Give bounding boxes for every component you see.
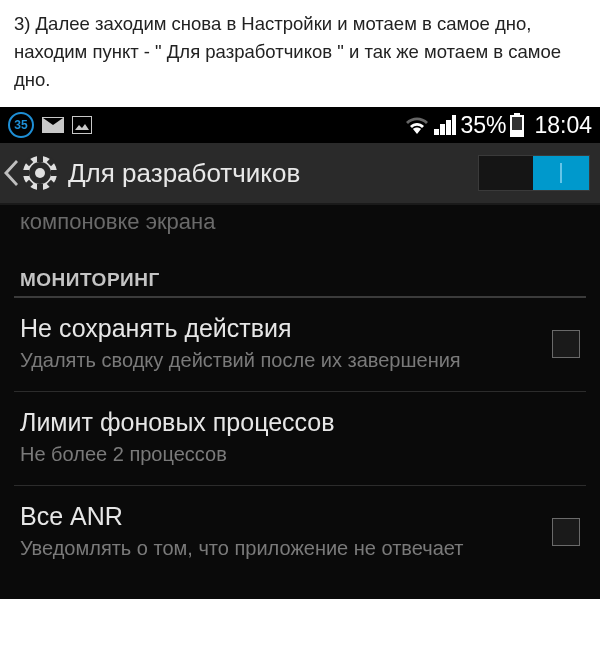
app-header: Для разработчиков bbox=[0, 143, 600, 205]
wifi-icon bbox=[404, 115, 430, 135]
setting-dont-keep-activities[interactable]: Не сохранять действия Удалять сводку дей… bbox=[0, 298, 600, 391]
svg-rect-3 bbox=[37, 184, 43, 191]
setting-subtitle: Удалять сводку действий после их заверше… bbox=[20, 347, 532, 373]
setting-show-all-anr[interactable]: Все ANR Уведомлять о том, что приложение… bbox=[0, 486, 600, 579]
setting-background-process-limit[interactable]: Лимит фоновых процессов Не более 2 проце… bbox=[0, 392, 600, 485]
setting-title: Лимит фоновых процессов bbox=[20, 408, 580, 437]
battery-percent: 35% bbox=[460, 112, 506, 139]
gear-icon bbox=[20, 153, 60, 193]
setting-title: Все ANR bbox=[20, 502, 532, 531]
setting-subtitle: Не более 2 процессов bbox=[20, 441, 580, 467]
section-header: МОНИТОРИНГ bbox=[0, 249, 600, 296]
settings-list[interactable]: компоновке экрана МОНИТОРИНГ Не сохранят… bbox=[0, 205, 600, 599]
svg-rect-2 bbox=[37, 155, 43, 162]
phone-screenshot: 35 35% 18:04 bbox=[0, 107, 600, 599]
image-icon bbox=[72, 116, 92, 134]
mail-icon bbox=[42, 117, 64, 133]
svg-rect-0 bbox=[72, 116, 92, 134]
checkbox[interactable] bbox=[552, 330, 580, 358]
battery-icon bbox=[510, 113, 524, 137]
chevron-left-icon bbox=[4, 160, 18, 186]
checkbox[interactable] bbox=[552, 518, 580, 546]
setting-title: Не сохранять действия bbox=[20, 314, 532, 343]
back-button[interactable] bbox=[4, 153, 60, 193]
svg-point-11 bbox=[35, 168, 45, 178]
svg-rect-5 bbox=[51, 170, 58, 176]
status-bar: 35 35% 18:04 bbox=[0, 107, 600, 143]
notification-count-badge: 35 bbox=[8, 112, 34, 138]
setting-subtitle: Уведомлять о том, что приложение не отве… bbox=[20, 535, 532, 561]
signal-icon bbox=[434, 115, 456, 135]
master-toggle[interactable] bbox=[478, 155, 590, 191]
instruction-text: 3) Далее заходим снова в Настройки и мот… bbox=[0, 0, 600, 107]
header-title: Для разработчиков bbox=[68, 158, 478, 189]
clock: 18:04 bbox=[534, 112, 592, 139]
svg-rect-4 bbox=[22, 170, 29, 176]
previous-item-tail: компоновке экрана bbox=[0, 205, 600, 249]
